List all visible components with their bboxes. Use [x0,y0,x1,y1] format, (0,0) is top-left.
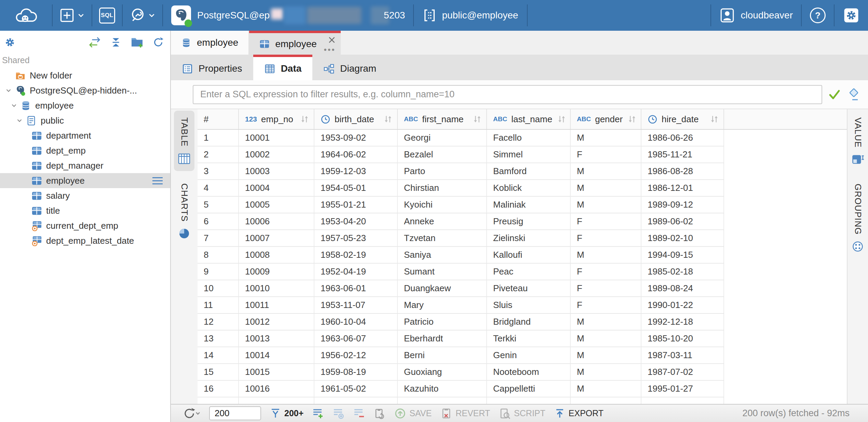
data-cell[interactable]: M [571,130,641,146]
revert-button[interactable]: REVERT [440,408,490,419]
data-cell[interactable]: Sluis [487,297,571,313]
save-button[interactable]: SAVE [394,408,432,419]
user-menu[interactable]: cloudbeaver [711,0,801,31]
data-cell[interactable]: Bamford [487,163,571,179]
data-cell[interactable]: 1960-10-04 [314,314,398,330]
data-cell[interactable]: M [571,197,641,213]
data-cell[interactable]: Cappelletti [487,381,571,397]
row-number-cell[interactable]: 15 [198,364,239,380]
data-cell[interactable]: 1989-08-24 [641,280,724,296]
data-cell[interactable]: Berni [398,347,487,363]
new-folder-button[interactable] [131,37,144,48]
data-cell[interactable]: Kazuhito [398,381,487,397]
data-cell[interactable]: 1985-02-18 [641,264,724,280]
cloudbeaver-logo[interactable] [0,0,52,31]
data-cell[interactable]: Duangkaew [398,280,487,296]
data-cell[interactable]: 10002 [239,146,314,163]
data-cell[interactable]: 10012 [239,314,314,330]
data-cell[interactable]: 1985-10-20 [641,330,724,347]
row-number-cell[interactable]: 1 [198,130,239,146]
data-cell[interactable]: 10016 [239,381,314,397]
row-number-cell[interactable]: 16 [198,381,239,397]
data-cell[interactable]: F [571,213,641,229]
data-cell[interactable]: 1989-06-02 [641,213,724,229]
data-cell[interactable]: 1959-08-19 [314,364,398,380]
presentation-tab-table[interactable]: TABLE [174,111,194,171]
row-number-cell[interactable]: 14 [198,347,239,363]
data-cell[interactable]: Parto [398,163,487,179]
data-cell[interactable]: 1987-07-02 [641,364,724,380]
tree-item-title[interactable]: title [0,203,170,218]
row-number-cell[interactable]: 5 [198,197,239,213]
refresh-results-button[interactable] [181,407,200,420]
tab-data[interactable]: Data [253,55,313,80]
column-header-emp_no[interactable]: 123emp_no [239,109,314,129]
panel-tab-value[interactable]: VALUE [847,111,868,171]
data-cell[interactable]: 10013 [239,330,314,347]
data-cell[interactable]: F [571,230,641,246]
data-cell[interactable]: 1963-06-07 [314,330,398,347]
data-cell[interactable]: M [571,163,641,179]
data-cell[interactable]: M [571,381,641,397]
tree-item-dept-emp-latest-date[interactable]: dept_emp_latest_date [0,233,170,248]
row-number-cell[interactable]: 4 [198,180,239,196]
row-number-cell[interactable]: 10 [198,280,239,296]
data-cell[interactable]: Koblick [487,180,571,196]
data-cell[interactable]: Chirstian [398,180,487,196]
data-cell[interactable]: 1955-01-21 [314,197,398,213]
data-cell[interactable]: M [571,247,641,263]
fetch-more-button[interactable]: 200+ [270,408,303,419]
schema-selector[interactable]: public@employee [414,0,527,31]
data-cell[interactable]: F [571,280,641,296]
presentation-tab-charts[interactable]: CHARTS [174,177,194,245]
delete-row-button[interactable] [353,408,365,419]
data-cell[interactable]: Georgi [398,130,487,146]
data-cell[interactable]: 10007 [239,230,314,246]
connection-selector[interactable]: PostgreSQL@ep 5203 [163,0,413,31]
tree-item-postgresql-ep-hidden-[interactable]: PostgreSQL@ep-hidden-... [0,83,170,98]
data-cell[interactable]: 1953-04-20 [314,213,398,229]
data-cell[interactable]: 1954-05-01 [314,180,398,196]
column-header-hire_date[interactable]: hire_date [641,109,724,129]
data-cell[interactable]: Piveteau [487,280,571,296]
data-cell[interactable]: 1986-12-01 [641,180,724,196]
data-cell[interactable]: 1986-08-28 [641,163,724,179]
tree-item-dept-emp[interactable]: dept_emp [0,143,170,158]
tree-item-new-folder[interactable]: New folder [0,68,170,83]
data-cell[interactable]: Peac [487,264,571,280]
data-cell[interactable]: Kalloufi [487,247,571,263]
editor-tab-employee-data[interactable]: employee ••• [249,31,340,55]
data-cell[interactable]: 1989-02-10 [641,230,724,246]
settings-button[interactable] [835,0,868,31]
data-cell[interactable]: 1987-03-11 [641,347,724,363]
sql-filter-input[interactable] [193,85,822,104]
tree-item-dept-manager[interactable]: dept_manager [0,158,170,173]
data-cell[interactable]: 1994-09-15 [641,247,724,263]
data-cell[interactable]: Nooteboom [487,364,571,380]
collapse-all-button[interactable] [110,37,122,48]
data-cell[interactable]: 10011 [239,297,314,313]
row-number-cell[interactable]: 13 [198,330,239,347]
tab-properties[interactable]: Properties [171,55,253,80]
refresh-tree-button[interactable] [152,37,164,48]
row-number-cell[interactable]: 7 [198,230,239,246]
data-cell[interactable]: Tzvetan [398,230,487,246]
tree-item-public[interactable]: public [0,113,170,128]
data-cell[interactable]: 1989-09-12 [641,197,724,213]
data-cell[interactable]: 1956-02-12 [314,347,398,363]
data-cell[interactable]: Genin [487,347,571,363]
column-header-last_name[interactable]: ABClast_name [487,109,571,129]
column-header-gender[interactable]: ABCgender [571,109,641,129]
export-button[interactable]: EXPORT [554,408,603,419]
data-cell[interactable]: Kyoichi [398,197,487,213]
sort-icon[interactable] [709,114,719,124]
tree-item-employee[interactable]: employee [0,173,170,188]
row-number-cell[interactable]: 2 [198,146,239,163]
panel-tab-grouping[interactable]: GROUPING [847,177,868,258]
data-cell[interactable]: Terkki [487,330,571,347]
tree-item-department[interactable]: department [0,128,170,143]
data-cell[interactable]: 1985-11-21 [641,146,724,163]
new-connection-button[interactable] [53,0,92,31]
data-cell[interactable]: 10009 [239,264,314,280]
row-number-cell[interactable]: 12 [198,314,239,330]
